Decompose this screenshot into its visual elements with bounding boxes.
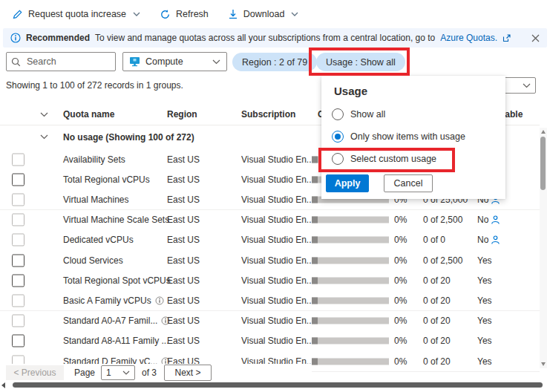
table-row[interactable]: Standard A8-A11 Family ... East US Visua…	[0, 331, 540, 352]
radio-selected-icon[interactable]	[332, 131, 344, 143]
row-checkbox[interactable]	[12, 315, 24, 327]
refresh-button[interactable]: Refresh	[160, 9, 209, 20]
table-row[interactable]: Dedicated vCPUs East US Visual Studio En…	[0, 230, 540, 251]
quota-page: Request quota increase Refresh Download	[0, 0, 550, 392]
close-icon[interactable]	[531, 34, 540, 42]
scroll-left-icon[interactable]	[1, 382, 5, 388]
row-checkbox[interactable]	[12, 173, 24, 186]
radio-option-label: Only show items with usage	[350, 131, 465, 142]
table-row[interactable]: Standard A0-A7 Famil... East US Visual S…	[0, 311, 540, 332]
radio-unselected-icon[interactable]	[332, 108, 344, 120]
next-page-button[interactable]: Next >	[164, 365, 212, 381]
radio-option-label: Select custom usage	[350, 154, 436, 164]
scroll-down-icon[interactable]	[541, 362, 546, 366]
apply-button[interactable]: Apply	[326, 174, 369, 192]
radio-option[interactable]: Select custom usage	[321, 148, 505, 170]
search-input[interactable]	[25, 56, 111, 68]
support-person-icon[interactable]	[491, 215, 500, 225]
quota-value: 0 of 20	[423, 275, 451, 286]
usage-percent: 0%	[394, 336, 407, 346]
row-adjustable: Yes	[477, 356, 492, 367]
usage-bar	[312, 257, 389, 264]
usage-bar	[312, 217, 389, 223]
radio-option-label: Show all	[350, 109, 385, 120]
row-checkbox[interactable]	[12, 335, 24, 347]
support-person-icon[interactable]	[491, 235, 500, 245]
table-row[interactable]: Virtual Machine Scale Sets East US Visua…	[0, 210, 540, 231]
service-dropdown[interactable]: Compute	[122, 52, 227, 71]
row-adjustable: No	[477, 235, 488, 245]
row-subscription: Visual Studio En...	[241, 336, 312, 346]
row-checkbox[interactable]	[12, 153, 24, 166]
table-row[interactable]: Cloud Services East US Visual Studio En.…	[0, 250, 540, 271]
external-link-icon	[502, 34, 511, 42]
usage-bar	[312, 338, 389, 344]
azure-quotas-link[interactable]: Azure Quotas.	[440, 33, 497, 43]
usage-percent: 0%	[394, 356, 407, 367]
vertical-scrollbar-thumb[interactable]	[540, 137, 546, 190]
row-subscription: Visual Studio En...	[241, 215, 312, 225]
row-checkbox[interactable]	[12, 214, 24, 226]
download-button[interactable]: Download	[228, 9, 299, 20]
page-total-label: of 3	[142, 368, 157, 378]
quota-name: Cloud Services	[63, 255, 123, 266]
pagination-bar: < Previous Page 1 of 3 Next >	[0, 364, 312, 382]
banner-message: To view and manage quotas across all you…	[95, 33, 435, 43]
page-label: Page	[74, 368, 95, 378]
usage-percent: 0%	[394, 215, 407, 225]
usage-bar	[312, 277, 389, 284]
row-region: East US	[167, 275, 200, 286]
vertical-scrollbar[interactable]	[540, 128, 547, 368]
banner-badge: Recommended	[26, 33, 90, 43]
radio-unselected-icon[interactable]	[332, 153, 344, 165]
quota-name: Virtual Machine Scale Sets	[63, 215, 169, 225]
compute-icon	[129, 56, 140, 67]
horizontal-scrollbar[interactable]	[0, 382, 550, 389]
table-row[interactable]: Total Regional Spot vCPUs East US Visual…	[0, 270, 540, 291]
column-header-region[interactable]: Region	[167, 109, 197, 120]
row-checkbox[interactable]	[12, 254, 24, 267]
row-adjustable: Yes	[477, 275, 492, 286]
row-adjustable: Yes	[477, 316, 492, 326]
select-all-chevron-icon[interactable]	[40, 112, 48, 117]
table-row[interactable]: Basic A Family vCPUs East US Visual Stud…	[0, 290, 540, 311]
row-subscription: Visual Studio En...	[241, 316, 312, 326]
request-quota-increase-button[interactable]: Request quota increase	[12, 9, 140, 20]
page-number-select[interactable]: 1	[101, 365, 135, 380]
row-checkbox[interactable]	[12, 234, 24, 246]
row-region: East US	[167, 235, 200, 245]
group-collapse-chevron-icon[interactable]	[40, 134, 48, 140]
row-checkbox[interactable]	[12, 193, 24, 206]
cancel-button[interactable]: Cancel	[384, 174, 433, 192]
row-checkbox[interactable]	[12, 274, 24, 287]
scroll-up-icon[interactable]	[541, 130, 546, 134]
quota-value: 0 of 2,500	[423, 215, 462, 225]
row-region: East US	[167, 195, 200, 205]
radio-option[interactable]: Only show items with usage	[321, 125, 505, 148]
chevron-down-icon	[133, 12, 140, 16]
row-subscription: Visual Studio En...	[241, 275, 312, 286]
previous-page-button[interactable]: < Previous	[6, 365, 64, 380]
horizontal-scrollbar-thumb[interactable]	[13, 382, 543, 388]
row-region: East US	[167, 295, 200, 306]
info-icon	[10, 33, 21, 43]
row-checkbox[interactable]	[12, 294, 24, 307]
region-filter-pill[interactable]: Region : 2 of 79	[232, 53, 317, 71]
usage-bar	[312, 318, 389, 324]
row-subscription: Visual Studio En...	[241, 195, 312, 205]
group-label: No usage (Showing 100 of 272)	[63, 132, 194, 143]
row-region: East US	[167, 255, 200, 266]
usage-filter-pill[interactable]: Usage : Show all	[316, 53, 405, 71]
usage-popup-title: Usage	[334, 85, 505, 97]
quota-name: Standard A0-A7 Famil...	[63, 316, 157, 326]
download-label: Download	[243, 9, 285, 19]
row-subscription: Visual Studio En...	[241, 174, 312, 185]
quota-name: Standard A8-A11 Family ...	[63, 336, 169, 346]
column-header-subscription[interactable]: Subscription	[241, 109, 295, 120]
refresh-icon	[160, 9, 171, 20]
column-header-quota-name[interactable]: Quota name	[63, 109, 114, 120]
quota-name: Total Regional vCPUs	[63, 174, 150, 185]
radio-option[interactable]: Show all	[321, 103, 505, 125]
usage-percent: 0%	[394, 235, 407, 245]
info-icon	[155, 296, 164, 305]
